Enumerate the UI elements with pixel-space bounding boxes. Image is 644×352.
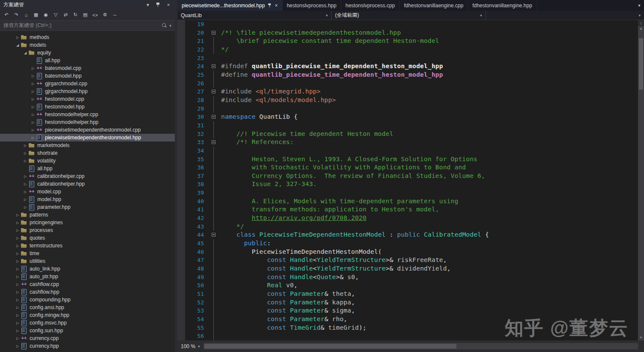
breakpoint-margin[interactable] <box>177 197 185 206</box>
code-text[interactable] <box>219 332 221 340</box>
editor-tab[interactable]: hestonslvprocess.cpp <box>341 0 399 11</box>
code-text[interactable]: http://arxiv.org/pdf/0708.2020 <box>219 214 366 223</box>
breakpoint-margin[interactable] <box>177 20 185 29</box>
breakpoint-margin[interactable] <box>177 324 185 332</box>
tree-item[interactable]: ▷batesmodel.hpp <box>0 72 175 80</box>
tree-item[interactable]: ◢equity <box>0 49 175 57</box>
tree-item[interactable]: ▷shortrate <box>0 149 175 157</box>
breakpoint-margin[interactable] <box>177 96 185 105</box>
tree-item[interactable]: ▷termstructures <box>0 242 175 250</box>
expand-arrow-icon[interactable]: ▷ <box>30 120 36 124</box>
breakpoint-margin[interactable] <box>177 223 185 231</box>
fold-toggle-icon[interactable] <box>212 140 216 144</box>
tree-item[interactable]: all.hpp <box>0 165 175 172</box>
horizontal-scrollbar[interactable] <box>204 343 638 349</box>
breakpoint-margin[interactable] <box>177 71 185 79</box>
breakpoint-margin[interactable] <box>177 273 185 282</box>
tree-item[interactable]: ▷methods <box>0 33 175 41</box>
tree-item[interactable]: ▷++cashflow.cpp <box>0 280 175 288</box>
code-text[interactable]: Issue 2, 327-343. <box>219 180 317 189</box>
fold-toggle-icon[interactable] <box>212 64 216 68</box>
code-text[interactable]: class PiecewiseTimeDependentHestonModel … <box>219 231 489 239</box>
expand-arrow-icon[interactable]: ▷ <box>22 159 28 163</box>
breakpoint-margin[interactable] <box>177 256 185 265</box>
tree-item[interactable]: ▷utilities <box>0 257 175 265</box>
expand-arrow-icon[interactable]: ▷ <box>30 97 36 101</box>
home-button[interactable]: ⌂ <box>22 11 30 19</box>
breakpoint-margin[interactable] <box>177 239 185 248</box>
collapse-all-button[interactable]: ─ <box>111 11 119 19</box>
expand-arrow-icon[interactable]: ▷ <box>15 36 21 39</box>
breakpoint-margin[interactable] <box>177 79 185 88</box>
refresh-button[interactable]: ↻ <box>71 11 80 19</box>
breakpoint-margin[interactable] <box>177 87 185 96</box>
breakpoint-margin[interactable] <box>177 54 185 63</box>
sync-with-active-document-button[interactable]: ⇄ <box>61 11 70 19</box>
breakpoint-margin[interactable] <box>177 281 185 290</box>
member-dropdown[interactable]: ▾ <box>486 11 644 20</box>
expand-arrow-icon[interactable]: ▷ <box>15 236 21 240</box>
breakpoint-margin[interactable] <box>177 189 185 197</box>
breakpoint-margin[interactable] <box>177 121 185 130</box>
code-text[interactable]: public: <box>219 239 271 248</box>
tree-item[interactable]: ▷gjrgarchmodel.hpp <box>0 87 175 95</box>
tree-item[interactable]: ▷config.msvc.hpp <box>0 319 175 327</box>
tree-item[interactable]: ▷config.mingw.hpp <box>0 311 175 319</box>
fold-toggle-icon[interactable] <box>212 90 216 93</box>
tree-item[interactable]: ▷++currency.cpp <box>0 334 175 342</box>
search-options-chevron-icon[interactable]: ▾ <box>169 24 171 28</box>
expand-arrow-icon[interactable]: ▷ <box>15 313 21 317</box>
breakpoint-margin[interactable] <box>177 248 185 256</box>
breakpoint-margin[interactable] <box>177 29 185 37</box>
expand-arrow-icon[interactable]: ▷ <box>15 337 21 340</box>
switch-views-button[interactable]: ▦ <box>32 11 40 19</box>
breakpoint-margin[interactable] <box>177 315 185 324</box>
code-text[interactable]: const Parameter& kappa, <box>219 298 355 307</box>
code-text[interactable]: transform methods: application to Heston… <box>219 205 439 214</box>
breakpoint-margin[interactable] <box>177 298 185 307</box>
code-text[interactable] <box>219 105 221 113</box>
tab-overflow-chevron-icon[interactable]: ▾ <box>635 0 644 11</box>
expand-arrow-icon[interactable]: ▷ <box>22 198 28 202</box>
expand-arrow-icon[interactable]: ▷ <box>15 298 21 302</box>
expand-arrow-icon[interactable]: ▷ <box>15 252 21 256</box>
vertical-scrollbar-thumb[interactable] <box>639 38 643 90</box>
tree-item[interactable]: ▷pricingengines <box>0 219 175 226</box>
code-text[interactable] <box>219 20 221 29</box>
tree-item[interactable]: ▷model.hpp <box>0 196 175 203</box>
scroll-up-arrow-icon[interactable]: ▲ <box>638 26 644 31</box>
breakpoint-margin[interactable] <box>177 37 185 45</box>
expand-arrow-icon[interactable]: ▷ <box>15 259 21 263</box>
tree-item[interactable]: ◢models <box>0 41 175 49</box>
breakpoint-margin[interactable] <box>177 62 185 71</box>
code-text[interactable]: const TimeGrid& timeGrid); <box>219 324 366 332</box>
properties-button[interactable]: ⚙ <box>101 11 109 19</box>
code-text[interactable]: Real v0, <box>219 281 298 290</box>
search-icon[interactable] <box>162 23 167 28</box>
code-text[interactable] <box>219 54 221 63</box>
expand-arrow-icon[interactable]: ▷ <box>15 275 21 279</box>
pending-changes-filter-button[interactable]: ◉ <box>42 11 50 19</box>
code-text[interactable]: /*! References: <box>219 138 294 147</box>
project-dropdown[interactable]: QuantLib▾ <box>177 11 332 20</box>
expand-arrow-icon[interactable]: ▷ <box>22 190 28 194</box>
breakpoint-margin[interactable] <box>177 290 185 298</box>
breakpoint-margin[interactable] <box>177 332 185 340</box>
tree-item[interactable]: ▷patterns <box>0 211 175 219</box>
breakpoint-margin[interactable] <box>177 147 185 155</box>
filter-button[interactable]: ▽ <box>51 11 60 19</box>
tree-item[interactable]: ▷time <box>0 250 175 257</box>
zoom-control[interactable]: 100 % ▾ <box>177 343 204 349</box>
expand-arrow-icon[interactable]: ▷ <box>15 290 21 294</box>
code-text[interactable]: \brief piecewise constant time dependent… <box>219 37 439 45</box>
breakpoint-margin[interactable] <box>177 105 185 113</box>
tree-item[interactable]: ▷++batesmodel.cpp <box>0 64 175 72</box>
tree-item[interactable]: ▷cashflow.hpp <box>0 288 175 296</box>
close-icon[interactable]: × <box>165 2 171 8</box>
tree-item[interactable]: ▷piecewisetimedependenthestonmodel.hpp <box>0 134 175 141</box>
breakpoint-margin[interactable] <box>177 113 185 121</box>
forward-button[interactable]: ↷ <box>12 11 21 19</box>
code-text[interactable]: const Parameter& sigma, <box>219 307 355 315</box>
tree-item[interactable]: ▷++hestonmodelhelper.cpp <box>0 111 175 118</box>
expand-arrow-icon[interactable]: ▷ <box>30 136 36 140</box>
